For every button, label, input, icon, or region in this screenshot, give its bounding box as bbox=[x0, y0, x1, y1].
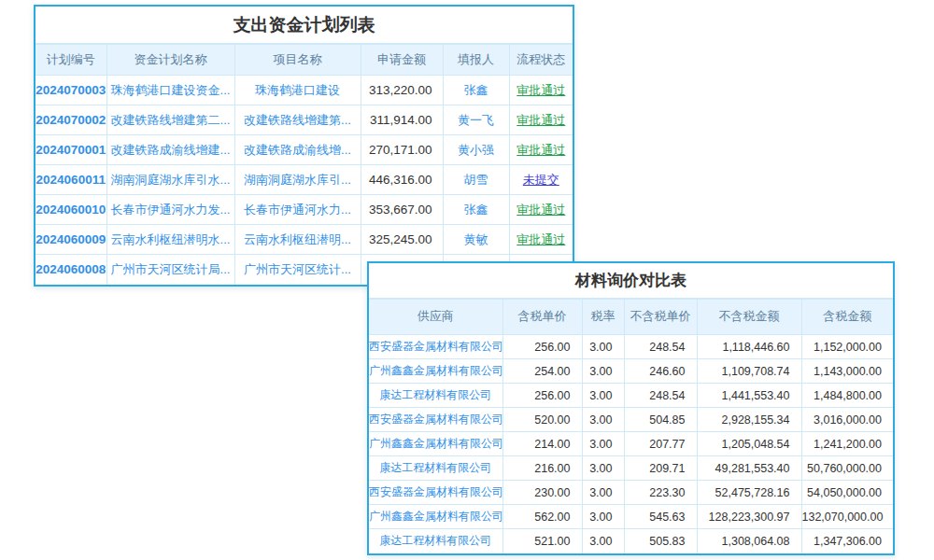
tax-rate-cell: 3.00 bbox=[582, 456, 624, 481]
supplier-cell: 西安盛器金属材料有限公司 bbox=[369, 408, 502, 432]
project-name-cell: 湖南洞庭湖水库引... bbox=[234, 165, 361, 195]
expense-plan-table: 计划编号 资金计划名称 项目名称 申请金额 填报人 流程状态 202407000… bbox=[35, 44, 573, 285]
fund-plan-name-cell: 改建铁路线增建第二... bbox=[106, 105, 234, 135]
material-quote-title: 材料询价对比表 bbox=[369, 263, 893, 299]
amount-incl-tax-cell: 132,070,000.00 bbox=[801, 505, 893, 529]
amount-excl-tax-cell: 1,109,708.74 bbox=[697, 359, 801, 384]
plan-id-link[interactable]: 2024070003 bbox=[35, 76, 106, 105]
material-quote-header-row: 供应商 含税单价 税率 不含税单价 不含税金额 含税金额 bbox=[369, 300, 893, 335]
table-row[interactable]: 康达工程材料有限公司256.003.00248.541,441,553.401,… bbox=[369, 384, 893, 408]
status-link[interactable]: 审批通过 bbox=[517, 203, 565, 217]
amount-incl-tax-cell: 1,347,306.00 bbox=[801, 529, 893, 553]
fund-plan-name-cell: 珠海鹤港口建设资金... bbox=[106, 76, 234, 105]
column-header-price-excl-tax: 不含税单价 bbox=[624, 300, 697, 335]
material-quote-table: 供应商 含税单价 税率 不含税单价 不含税金额 含税金额 西安盛器金属材料有限公… bbox=[369, 299, 893, 553]
supplier-cell: 康达工程材料有限公司 bbox=[369, 529, 502, 553]
table-row[interactable]: 2024070001改建铁路成渝线增建...改建铁路成渝线增...270,171… bbox=[35, 135, 573, 165]
supplier-cell: 康达工程材料有限公司 bbox=[369, 384, 502, 408]
expense-plan-header-row: 计划编号 资金计划名称 项目名称 申请金额 填报人 流程状态 bbox=[35, 45, 573, 76]
table-row[interactable]: 2024070002改建铁路线增建第二...改建铁路线增建第...311,914… bbox=[35, 105, 573, 135]
amount-excl-tax-cell: 1,441,553.40 bbox=[697, 384, 801, 408]
reporter-cell: 黄小强 bbox=[443, 135, 509, 165]
plan-id-link[interactable]: 2024070001 bbox=[35, 135, 106, 165]
price-incl-tax-cell: 562.00 bbox=[502, 505, 582, 529]
price-excl-tax-cell: 545.63 bbox=[624, 505, 697, 529]
amount-excl-tax-cell: 128,223,300.97 bbox=[697, 505, 801, 529]
price-incl-tax-cell: 254.00 bbox=[502, 359, 582, 384]
fund-plan-name-cell: 长春市伊通河水力发... bbox=[106, 195, 234, 225]
table-row[interactable]: 2024060011湖南洞庭湖水库引水...湖南洞庭湖水库引...446,316… bbox=[35, 165, 573, 195]
desktop-background: 支出资金计划列表 计划编号 资金计划名称 项目名称 申请金额 填报人 流程状态 … bbox=[0, 0, 934, 560]
column-header-reporter: 填报人 bbox=[443, 45, 509, 76]
amount-excl-tax-cell: 52,475,728.16 bbox=[697, 481, 801, 505]
price-incl-tax-cell: 230.00 bbox=[502, 481, 582, 505]
status-link[interactable]: 审批通过 bbox=[517, 113, 565, 127]
supplier-cell: 西安盛器金属材料有限公司 bbox=[369, 481, 502, 505]
price-excl-tax-cell: 505.83 bbox=[624, 529, 697, 553]
price-incl-tax-cell: 520.00 bbox=[502, 408, 582, 432]
table-row[interactable]: 广州鑫鑫金属材料有限公司254.003.00246.601,109,708.74… bbox=[369, 359, 893, 384]
column-header-tax-rate: 税率 bbox=[582, 300, 624, 335]
amount-incl-tax-cell: 3,016,000.00 bbox=[801, 408, 893, 432]
amount-incl-tax-cell: 50,760,000.00 bbox=[801, 456, 893, 481]
material-quote-panel: 材料询价对比表 供应商 含税单价 税率 不含税单价 不含税金额 含税金额 西安盛… bbox=[367, 261, 895, 555]
tax-rate-cell: 3.00 bbox=[582, 481, 624, 505]
column-header-fund-name: 资金计划名称 bbox=[106, 45, 234, 76]
table-row[interactable]: 西安盛器金属材料有限公司520.003.00504.852,928,155.34… bbox=[369, 408, 893, 432]
column-header-plan-id: 计划编号 bbox=[35, 45, 106, 76]
project-name-cell: 改建铁路线增建第... bbox=[234, 105, 361, 135]
project-name-cell: 珠海鹤港口建设 bbox=[234, 76, 361, 105]
price-excl-tax-cell: 248.54 bbox=[624, 335, 697, 359]
table-row[interactable]: 广州鑫鑫金属材料有限公司562.003.00545.63128,223,300.… bbox=[369, 505, 893, 529]
plan-id-link[interactable]: 2024070002 bbox=[35, 105, 106, 135]
request-amount-cell: 325,245.00 bbox=[361, 225, 443, 255]
reporter-cell: 张鑫 bbox=[443, 76, 509, 105]
table-row[interactable]: 康达工程材料有限公司521.003.00505.831,308,064.081,… bbox=[369, 529, 893, 553]
table-row[interactable]: 2024060009云南水利枢纽潜明水...云南水利枢纽潜明...325,245… bbox=[35, 225, 573, 255]
status-cell: 审批通过 bbox=[509, 135, 573, 165]
tax-rate-cell: 3.00 bbox=[582, 505, 624, 529]
tax-rate-cell: 3.00 bbox=[582, 384, 624, 408]
column-header-supplier: 供应商 bbox=[369, 300, 502, 335]
project-name-cell: 改建铁路成渝线增... bbox=[234, 135, 361, 165]
column-header-price-incl-tax: 含税单价 bbox=[502, 300, 582, 335]
status-cell: 审批通过 bbox=[509, 76, 573, 105]
plan-id-link[interactable]: 2024060008 bbox=[35, 255, 106, 285]
table-row[interactable]: 西安盛器金属材料有限公司230.003.00223.3052,475,728.1… bbox=[369, 481, 893, 505]
plan-id-link[interactable]: 2024060009 bbox=[35, 225, 106, 255]
table-row[interactable]: 2024070003珠海鹤港口建设资金...珠海鹤港口建设313,220.00张… bbox=[35, 76, 573, 105]
column-header-amount: 申请金额 bbox=[361, 45, 443, 76]
status-cell: 审批通过 bbox=[509, 105, 573, 135]
status-link[interactable]: 审批通过 bbox=[517, 83, 565, 97]
price-excl-tax-cell: 504.85 bbox=[624, 408, 697, 432]
table-row[interactable]: 康达工程材料有限公司216.003.00209.7149,281,553.405… bbox=[369, 456, 893, 481]
supplier-cell: 西安盛器金属材料有限公司 bbox=[369, 335, 502, 359]
request-amount-cell: 353,667.00 bbox=[361, 195, 443, 225]
tax-rate-cell: 3.00 bbox=[582, 359, 624, 384]
plan-id-link[interactable]: 2024060010 bbox=[35, 195, 106, 225]
supplier-cell: 广州鑫鑫金属材料有限公司 bbox=[369, 505, 502, 529]
column-header-project-name: 项目名称 bbox=[234, 45, 361, 76]
status-link[interactable]: 未提交 bbox=[523, 173, 559, 187]
amount-excl-tax-cell: 1,308,064.08 bbox=[697, 529, 801, 553]
column-header-status: 流程状态 bbox=[509, 45, 573, 76]
status-link[interactable]: 审批通过 bbox=[517, 143, 565, 157]
table-row[interactable]: 2024060010长春市伊通河水力发...长春市伊通河水力...353,667… bbox=[35, 195, 573, 225]
tax-rate-cell: 3.00 bbox=[582, 335, 624, 359]
tax-rate-cell: 3.00 bbox=[582, 529, 624, 553]
table-row[interactable]: 西安盛器金属材料有限公司256.003.00248.541,118,446.60… bbox=[369, 335, 893, 359]
price-excl-tax-cell: 246.60 bbox=[624, 359, 697, 384]
supplier-cell: 广州鑫鑫金属材料有限公司 bbox=[369, 359, 502, 384]
fund-plan-name-cell: 湖南洞庭湖水库引水... bbox=[106, 165, 234, 195]
expense-plan-panel: 支出资金计划列表 计划编号 资金计划名称 项目名称 申请金额 填报人 流程状态 … bbox=[34, 5, 574, 287]
fund-plan-name-cell: 云南水利枢纽潜明水... bbox=[106, 225, 234, 255]
table-row[interactable]: 广州鑫鑫金属材料有限公司214.003.00207.771,205,048.54… bbox=[369, 432, 893, 456]
price-incl-tax-cell: 214.00 bbox=[502, 432, 582, 456]
status-link[interactable]: 审批通过 bbox=[517, 232, 565, 246]
request-amount-cell: 311,914.00 bbox=[361, 105, 443, 135]
plan-id-link[interactable]: 2024060011 bbox=[35, 165, 106, 195]
request-amount-cell: 446,316.00 bbox=[361, 165, 443, 195]
tax-rate-cell: 3.00 bbox=[582, 432, 624, 456]
project-name-cell: 长春市伊通河水力... bbox=[234, 195, 361, 225]
supplier-cell: 广州鑫鑫金属材料有限公司 bbox=[369, 432, 502, 456]
